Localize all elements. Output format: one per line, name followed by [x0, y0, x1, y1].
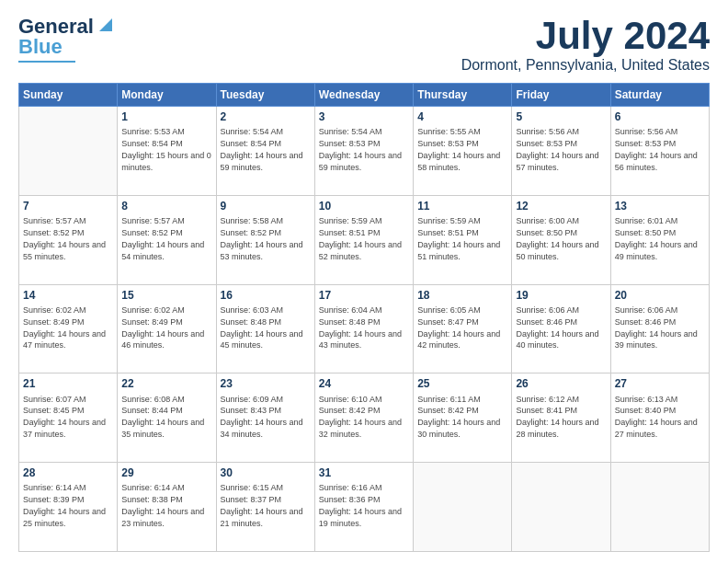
- day-info: Sunrise: 6:15 AMSunset: 8:37 PMDaylight:…: [221, 483, 303, 527]
- day-number: 21: [23, 376, 113, 391]
- table-row: 5 Sunrise: 5:56 AMSunset: 8:53 PMDayligh…: [512, 107, 610, 196]
- day-number: 19: [516, 288, 606, 303]
- day-number: 8: [121, 199, 211, 213]
- day-number: 25: [417, 376, 507, 391]
- col-tuesday: Tuesday: [216, 84, 314, 107]
- day-number: 7: [23, 199, 113, 213]
- calendar-table: Sunday Monday Tuesday Wednesday Thursday…: [18, 83, 710, 552]
- logo-icon: [96, 15, 116, 35]
- col-saturday: Saturday: [610, 84, 709, 107]
- day-info: Sunrise: 6:07 AMSunset: 8:45 PMDaylight:…: [23, 395, 106, 439]
- day-number: 30: [221, 465, 311, 480]
- day-info: Sunrise: 6:02 AMSunset: 8:49 PMDaylight:…: [121, 305, 204, 350]
- day-number: 26: [516, 376, 606, 391]
- day-info: Sunrise: 5:54 AMSunset: 8:54 PMDaylight:…: [221, 127, 303, 171]
- table-row: 23 Sunrise: 6:09 AMSunset: 8:43 PMDaylig…: [216, 373, 314, 463]
- day-info: Sunrise: 6:14 AMSunset: 8:38 PMDaylight:…: [121, 483, 204, 527]
- calendar-week-row: 1 Sunrise: 5:53 AMSunset: 8:54 PMDayligh…: [19, 107, 710, 196]
- day-info: Sunrise: 5:55 AMSunset: 8:53 PMDaylight:…: [417, 127, 500, 171]
- day-number: 20: [615, 288, 705, 303]
- table-row: 10 Sunrise: 5:59 AMSunset: 8:51 PMDaylig…: [314, 195, 413, 284]
- day-number: 9: [221, 199, 311, 213]
- col-wednesday: Wednesday: [314, 84, 413, 107]
- day-number: 11: [417, 199, 507, 213]
- table-row: 2 Sunrise: 5:54 AMSunset: 8:54 PMDayligh…: [216, 107, 314, 196]
- table-row: 22 Sunrise: 6:08 AMSunset: 8:44 PMDaylig…: [118, 373, 216, 463]
- table-row: 17 Sunrise: 6:04 AMSunset: 8:48 PMDaylig…: [314, 284, 413, 373]
- day-info: Sunrise: 5:57 AMSunset: 8:52 PMDaylight:…: [121, 216, 204, 260]
- table-row: 1 Sunrise: 5:53 AMSunset: 8:54 PMDayligh…: [118, 107, 216, 196]
- day-number: 18: [417, 288, 507, 303]
- table-row: 20 Sunrise: 6:06 AMSunset: 8:46 PMDaylig…: [610, 284, 709, 373]
- table-row: 15 Sunrise: 6:02 AMSunset: 8:49 PMDaylig…: [118, 284, 216, 373]
- table-row: [19, 107, 118, 196]
- day-info: Sunrise: 6:00 AMSunset: 8:50 PMDaylight:…: [516, 216, 598, 260]
- table-row: 30 Sunrise: 6:15 AMSunset: 8:37 PMDaylig…: [216, 463, 314, 552]
- day-number: 3: [319, 109, 409, 124]
- page: General Blue July 2024 Dormont, Pennsylv…: [0, 0, 728, 563]
- table-row: 9 Sunrise: 5:58 AMSunset: 8:52 PMDayligh…: [216, 195, 314, 284]
- day-info: Sunrise: 5:56 AMSunset: 8:53 PMDaylight:…: [516, 127, 598, 171]
- day-number: 5: [516, 109, 606, 124]
- day-info: Sunrise: 5:54 AMSunset: 8:53 PMDaylight:…: [319, 127, 402, 171]
- logo: General Blue: [18, 15, 116, 63]
- table-row: 31 Sunrise: 6:16 AMSunset: 8:36 PMDaylig…: [314, 463, 413, 552]
- col-monday: Monday: [118, 84, 216, 107]
- day-info: Sunrise: 5:59 AMSunset: 8:51 PMDaylight:…: [319, 216, 402, 260]
- day-number: 1: [121, 109, 211, 124]
- header: General Blue July 2024 Dormont, Pennsylv…: [18, 15, 710, 74]
- table-row: 6 Sunrise: 5:56 AMSunset: 8:53 PMDayligh…: [610, 107, 709, 196]
- day-number: 28: [23, 465, 113, 480]
- title-area: July 2024 Dormont, Pennsylvania, United …: [461, 15, 710, 74]
- day-info: Sunrise: 6:06 AMSunset: 8:46 PMDaylight:…: [615, 305, 698, 350]
- day-number: 17: [319, 288, 409, 303]
- table-row: 7 Sunrise: 5:57 AMSunset: 8:52 PMDayligh…: [19, 195, 118, 284]
- table-row: 18 Sunrise: 6:05 AMSunset: 8:47 PMDaylig…: [414, 284, 512, 373]
- day-number: 14: [23, 288, 113, 303]
- day-info: Sunrise: 6:14 AMSunset: 8:39 PMDaylight:…: [23, 483, 106, 527]
- table-row: [512, 463, 610, 552]
- table-row: 29 Sunrise: 6:14 AMSunset: 8:38 PMDaylig…: [118, 463, 216, 552]
- table-row: 13 Sunrise: 6:01 AMSunset: 8:50 PMDaylig…: [610, 195, 709, 284]
- table-row: 3 Sunrise: 5:54 AMSunset: 8:53 PMDayligh…: [314, 107, 413, 196]
- day-info: Sunrise: 6:13 AMSunset: 8:40 PMDaylight:…: [615, 395, 698, 439]
- day-number: 10: [319, 199, 409, 213]
- day-number: 23: [221, 376, 311, 391]
- day-info: Sunrise: 6:05 AMSunset: 8:47 PMDaylight:…: [417, 305, 500, 350]
- day-number: 15: [121, 288, 211, 303]
- day-info: Sunrise: 5:58 AMSunset: 8:52 PMDaylight:…: [221, 216, 303, 260]
- day-info: Sunrise: 6:06 AMSunset: 8:46 PMDaylight:…: [516, 305, 598, 350]
- day-info: Sunrise: 5:57 AMSunset: 8:52 PMDaylight:…: [23, 216, 106, 260]
- day-number: 6: [615, 109, 705, 124]
- col-thursday: Thursday: [414, 84, 512, 107]
- day-info: Sunrise: 6:10 AMSunset: 8:42 PMDaylight:…: [319, 395, 402, 439]
- table-row: 19 Sunrise: 6:06 AMSunset: 8:46 PMDaylig…: [512, 284, 610, 373]
- calendar-week-row: 21 Sunrise: 6:07 AMSunset: 8:45 PMDaylig…: [19, 373, 710, 463]
- logo-blue: Blue: [18, 35, 63, 59]
- location: Dormont, Pennsylvania, United States: [461, 57, 710, 74]
- calendar-week-row: 28 Sunrise: 6:14 AMSunset: 8:39 PMDaylig…: [19, 463, 710, 552]
- day-info: Sunrise: 6:09 AMSunset: 8:43 PMDaylight:…: [221, 395, 303, 439]
- day-info: Sunrise: 6:12 AMSunset: 8:41 PMDaylight:…: [516, 395, 598, 439]
- month-title: July 2024: [461, 15, 710, 57]
- table-row: 28 Sunrise: 6:14 AMSunset: 8:39 PMDaylig…: [19, 463, 118, 552]
- col-friday: Friday: [512, 84, 610, 107]
- day-info: Sunrise: 6:04 AMSunset: 8:48 PMDaylight:…: [319, 305, 402, 350]
- day-info: Sunrise: 6:16 AMSunset: 8:36 PMDaylight:…: [319, 483, 402, 527]
- day-number: 24: [319, 376, 409, 391]
- day-info: Sunrise: 5:59 AMSunset: 8:51 PMDaylight:…: [417, 216, 500, 260]
- day-info: Sunrise: 6:08 AMSunset: 8:44 PMDaylight:…: [121, 395, 204, 439]
- calendar-week-row: 7 Sunrise: 5:57 AMSunset: 8:52 PMDayligh…: [19, 195, 710, 284]
- table-row: 16 Sunrise: 6:03 AMSunset: 8:48 PMDaylig…: [216, 284, 314, 373]
- table-row: 27 Sunrise: 6:13 AMSunset: 8:40 PMDaylig…: [610, 373, 709, 463]
- day-info: Sunrise: 6:11 AMSunset: 8:42 PMDaylight:…: [417, 395, 500, 439]
- logo-divider: [18, 61, 75, 63]
- table-row: 12 Sunrise: 6:00 AMSunset: 8:50 PMDaylig…: [512, 195, 610, 284]
- day-info: Sunrise: 5:53 AMSunset: 8:54 PMDaylight:…: [121, 127, 211, 171]
- table-row: [414, 463, 512, 552]
- day-number: 29: [121, 465, 211, 480]
- day-number: 2: [221, 109, 311, 124]
- day-info: Sunrise: 6:03 AMSunset: 8:48 PMDaylight:…: [221, 305, 303, 350]
- day-number: 4: [417, 109, 507, 124]
- day-number: 22: [121, 376, 211, 391]
